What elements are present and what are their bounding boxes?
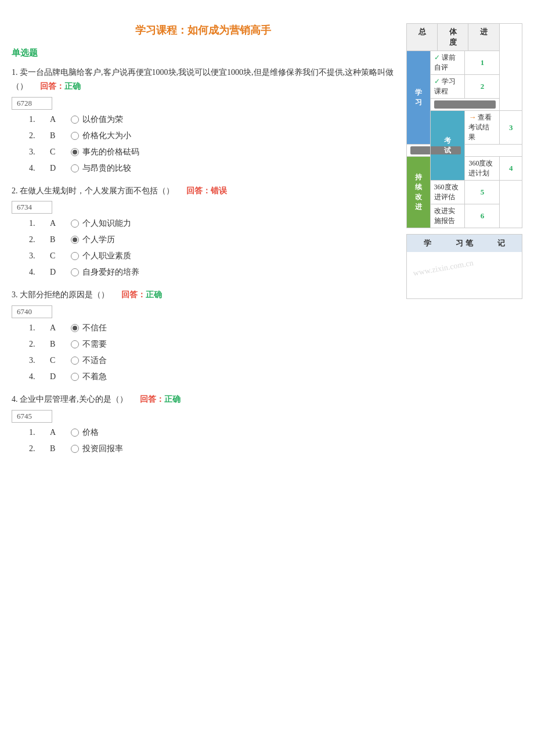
question-id-box: 6728 bbox=[12, 97, 52, 110]
question-id-box: 6740 bbox=[12, 305, 52, 318]
option-item: 2. B 个人学历 bbox=[29, 235, 395, 245]
radio-circle[interactable] bbox=[71, 324, 79, 332]
sidebar-col-body: 体度 bbox=[438, 24, 468, 51]
question-id-box: 6734 bbox=[12, 201, 52, 214]
option-num: 2. bbox=[29, 444, 46, 453]
option-num: 4. bbox=[29, 164, 46, 173]
radio-circle[interactable] bbox=[71, 357, 79, 365]
radio-circle[interactable] bbox=[71, 252, 79, 260]
option-letter: B bbox=[50, 131, 67, 141]
answer-label: 回答： bbox=[186, 186, 211, 195]
question-block: 2. 在做人生规划时，个人发展方面不包括（） 回答：错误 6734 1. A 个… bbox=[12, 184, 395, 278]
option-item: 4. D 不着急 bbox=[29, 372, 395, 382]
option-text: 不着急 bbox=[82, 372, 107, 382]
sidebar-cx-num: 4 bbox=[500, 157, 522, 181]
option-num: 1. bbox=[29, 323, 46, 333]
option-num: 2. bbox=[29, 131, 46, 141]
option-text: 个人知识能力 bbox=[82, 218, 131, 229]
radio-circle[interactable] bbox=[71, 148, 79, 156]
radio-circle[interactable] bbox=[71, 445, 79, 453]
question-id-box: 6745 bbox=[12, 410, 52, 423]
option-text: 自身爱好的培养 bbox=[82, 267, 139, 278]
option-letter: A bbox=[50, 428, 67, 437]
options-list: 1. A 以价值为荣 2. B 价格化大为小 3. C 事先的价格砝码 4. bbox=[12, 114, 395, 174]
question-text: 4. 企业中层管理者,关心的是（） 回答：正确 bbox=[12, 393, 395, 406]
option-text: 价格 bbox=[82, 427, 99, 438]
option-letter: C bbox=[50, 251, 67, 261]
option-item: 1. A 价格 bbox=[29, 427, 395, 438]
option-num: 1. bbox=[29, 219, 46, 228]
option-text: 价格化大为小 bbox=[82, 131, 131, 141]
notes-body: www.zixin.com.cn bbox=[407, 252, 522, 298]
answer-value: 正确 bbox=[146, 290, 162, 299]
sidebar-col-progress: 进 bbox=[468, 24, 499, 51]
sidebar-progress-bar-2 bbox=[407, 145, 465, 157]
question-text: 1. 卖一台品牌电脑给客户,客户说再便宜1000块,我说可以便宜1000块,但是… bbox=[12, 66, 395, 93]
option-text: 不需要 bbox=[82, 339, 107, 350]
options-list: 1. A 个人知识能力 2. B 个人学历 3. C 个人职业素质 4. bbox=[12, 218, 395, 278]
option-letter: A bbox=[50, 219, 67, 228]
radio-circle[interactable] bbox=[71, 219, 79, 228]
answer-value: 正确 bbox=[64, 82, 81, 91]
option-text: 投资回报率 bbox=[82, 444, 123, 454]
radio-circle[interactable] bbox=[71, 373, 79, 381]
sidebar-cx-label: 持续改进 bbox=[407, 157, 431, 228]
option-num: 1. bbox=[29, 115, 46, 124]
questions-container: 1. 卖一台品牌电脑给客户,客户说再便宜1000块,我说可以便宜1000块,但是… bbox=[12, 66, 395, 454]
main-content: 学习课程：如何成为营销高手 单选题 1. 卖一台品牌电脑给客户,客户说再便宜10… bbox=[12, 23, 395, 465]
question-text: 2. 在做人生规划时，个人发展方面不包括（） 回答：错误 bbox=[12, 184, 395, 198]
sidebar-notes-header: 学 习 笔 记 bbox=[407, 235, 522, 252]
sidebar-cx-text: 360度改进计划 bbox=[465, 157, 500, 181]
sidebar-progress-bar-1 bbox=[430, 99, 500, 111]
option-letter: A bbox=[50, 115, 67, 124]
option-letter: B bbox=[50, 235, 67, 244]
option-text: 个人职业素质 bbox=[82, 251, 131, 261]
question-block: 3. 大部分拒绝的原因是（） 回答：正确 6740 1. A 不信任 2. B … bbox=[12, 288, 395, 382]
option-text: 不适合 bbox=[82, 355, 107, 366]
sidebar-cx-num: 5 bbox=[465, 181, 500, 204]
option-num: 3. bbox=[29, 356, 46, 365]
notes-col3: 记 bbox=[483, 238, 519, 249]
option-letter: D bbox=[50, 268, 67, 277]
radio-circle[interactable] bbox=[71, 164, 79, 172]
radio-circle[interactable] bbox=[71, 236, 79, 244]
option-letter: A bbox=[50, 323, 67, 333]
option-item: 1. A 以价值为荣 bbox=[29, 114, 395, 125]
option-item: 1. A 不信任 bbox=[29, 323, 395, 333]
option-text: 不信任 bbox=[82, 323, 107, 333]
option-num: 4. bbox=[29, 372, 46, 381]
sidebar-cx-text: 360度改进评估 bbox=[430, 181, 465, 204]
notes-col1: 学 bbox=[409, 238, 446, 249]
option-letter: B bbox=[50, 340, 67, 349]
sidebar: 总 体度 进 学习✓ 课前自评 1 ✓ 学习课程 2 考试→ 查看考试结果 3 … bbox=[406, 23, 522, 465]
watermark: www.zixin.com.cn bbox=[412, 258, 474, 278]
sidebar-cx-num: 6 bbox=[465, 204, 500, 228]
radio-circle[interactable] bbox=[71, 268, 79, 276]
radio-circle[interactable] bbox=[71, 340, 79, 348]
answer-value: 错误 bbox=[211, 186, 227, 195]
answer-label: 回答： bbox=[40, 82, 64, 91]
radio-circle[interactable] bbox=[71, 132, 79, 140]
question-block: 4. 企业中层管理者,关心的是（） 回答：正确 6745 1. A 价格 2. … bbox=[12, 393, 395, 454]
option-letter: D bbox=[50, 164, 67, 173]
question-text: 3. 大部分拒绝的原因是（） 回答：正确 bbox=[12, 288, 395, 302]
option-item: 4. D 自身爱好的培养 bbox=[29, 267, 395, 278]
sidebar-lx-text: ✓ 课前自评 bbox=[430, 51, 465, 75]
option-item: 2. B 投资回报率 bbox=[29, 444, 395, 454]
option-num: 4. bbox=[29, 268, 46, 277]
sidebar-lx-num: 2 bbox=[465, 75, 500, 99]
answer-value: 正确 bbox=[164, 395, 181, 404]
option-num: 2. bbox=[29, 340, 46, 349]
answer-label: 回答： bbox=[121, 290, 146, 299]
option-item: 3. C 不适合 bbox=[29, 355, 395, 366]
option-num: 1. bbox=[29, 428, 46, 437]
radio-circle[interactable] bbox=[71, 429, 79, 437]
option-item: 2. B 不需要 bbox=[29, 339, 395, 350]
section-title: 单选题 bbox=[12, 48, 395, 59]
sidebar-progress-table: 总 体度 进 学习✓ 课前自评 1 ✓ 学习课程 2 考试→ 查看考试结果 3 … bbox=[406, 23, 522, 228]
radio-circle[interactable] bbox=[71, 116, 79, 124]
options-list: 1. A 价格 2. B 投资回报率 bbox=[12, 427, 395, 454]
option-num: 3. bbox=[29, 251, 46, 261]
question-block: 1. 卖一台品牌电脑给客户,客户说再便宜1000块,我说可以便宜1000块,但是… bbox=[12, 66, 395, 174]
option-item: 2. B 价格化大为小 bbox=[29, 131, 395, 141]
